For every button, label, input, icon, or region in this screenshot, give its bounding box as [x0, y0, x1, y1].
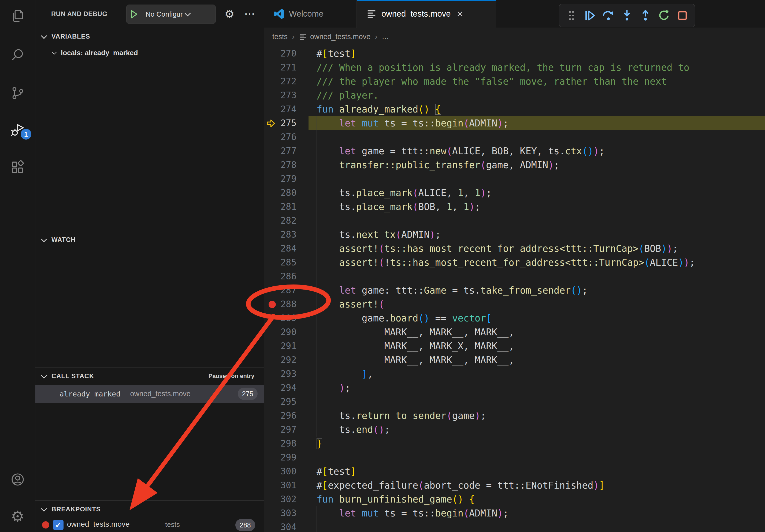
- breakpoint-dot-icon[interactable]: [269, 301, 276, 308]
- code-text[interactable]: ts.place_mark(BOB, 1, 1);: [317, 200, 480, 214]
- code-line-276[interactable]: 276: [264, 130, 765, 144]
- line-number[interactable]: 300: [264, 464, 297, 478]
- line-number[interactable]: 296: [264, 409, 297, 423]
- code-line-277[interactable]: 277 let game = ttt::new(ALICE, BOB, KEY,…: [264, 144, 765, 158]
- code-text[interactable]: #[expected_failure(abort_code = ttt::ENo…: [317, 478, 605, 492]
- line-number[interactable]: 282: [264, 214, 297, 228]
- close-tab-icon[interactable]: ✕: [456, 9, 463, 19]
- code-text[interactable]: );: [317, 381, 350, 395]
- code-line-302[interactable]: 302fun burn_unfinished_game() {: [264, 492, 765, 506]
- code-line-275[interactable]: 275 let mut ts = ts::begin(ADMIN);: [264, 116, 765, 130]
- continue-button[interactable]: [581, 6, 598, 25]
- line-number[interactable]: 276: [264, 130, 297, 144]
- code-line-285[interactable]: 285 assert!(!ts::has_most_recent_for_add…: [264, 256, 765, 269]
- code-line-283[interactable]: 283 ts.next_tx(ADMIN);: [264, 228, 765, 242]
- code-line-298[interactable]: 298}: [264, 437, 765, 450]
- line-number[interactable]: 271: [264, 61, 297, 75]
- code-text[interactable]: fun burn_unfinished_game() {: [317, 492, 475, 506]
- views-more-icon[interactable]: ···: [241, 0, 260, 28]
- code-line-299[interactable]: 299: [264, 450, 765, 464]
- variables-scope-locals[interactable]: locals: already_marked: [35, 45, 264, 61]
- code-line-304[interactable]: 304: [264, 520, 765, 532]
- line-number[interactable]: 274: [264, 102, 297, 116]
- line-number[interactable]: 284: [264, 242, 297, 256]
- code-text[interactable]: }: [317, 437, 322, 450]
- code-line-282[interactable]: 282: [264, 214, 765, 228]
- line-number[interactable]: 292: [264, 353, 297, 367]
- code-text[interactable]: ],: [317, 367, 373, 381]
- code-text[interactable]: ts.return_to_sender(game);: [317, 409, 486, 423]
- line-number[interactable]: 283: [264, 228, 297, 242]
- account-icon[interactable]: [0, 466, 35, 493]
- line-number[interactable]: 290: [264, 325, 297, 339]
- breakpoints-section-header[interactable]: BREAKPOINTS: [35, 500, 264, 518]
- code-line-279[interactable]: 279: [264, 172, 765, 186]
- breakpoint-list-item[interactable]: ✓ owned_tests.move tests 288: [35, 518, 264, 532]
- launch-configuration-dropdown[interactable]: No Configur: [126, 5, 216, 24]
- line-number[interactable]: 272: [264, 75, 297, 89]
- code-text[interactable]: #[test]: [317, 47, 356, 61]
- line-number[interactable]: 281: [264, 200, 297, 214]
- code-text[interactable]: let mut ts = ts::begin(ADMIN);: [317, 506, 508, 520]
- code-line-300[interactable]: 300#[test]: [264, 464, 765, 478]
- line-number[interactable]: 297: [264, 423, 297, 437]
- code-line-286[interactable]: 286: [264, 269, 765, 283]
- code-line-273[interactable]: 273/// player.: [264, 89, 765, 102]
- line-number[interactable]: 294: [264, 381, 297, 395]
- line-number[interactable]: 303: [264, 506, 297, 520]
- code-text[interactable]: assert!(!ts::has_most_recent_for_address…: [317, 256, 695, 269]
- code-text[interactable]: let mut ts = ts::begin(ADMIN);: [317, 116, 508, 130]
- line-number[interactable]: 286: [264, 269, 297, 283]
- line-number[interactable]: 277: [264, 144, 297, 158]
- code-line-270[interactable]: 270#[test]: [264, 47, 765, 61]
- line-number[interactable]: 287: [264, 283, 297, 297]
- line-number[interactable]: 273: [264, 89, 297, 102]
- source-control-icon[interactable]: [0, 80, 35, 106]
- code-text[interactable]: let game = ttt::new(ALICE, BOB, KEY, ts.…: [317, 144, 605, 158]
- step-over-button[interactable]: [600, 6, 617, 25]
- start-debugging-icon[interactable]: [127, 5, 142, 24]
- code-line-280[interactable]: 280 ts.place_mark(ALICE, 1, 1);: [264, 186, 765, 200]
- code-text[interactable]: assert!(: [317, 297, 384, 311]
- line-number[interactable]: 299: [264, 450, 297, 464]
- extensions-icon[interactable]: [0, 154, 35, 181]
- explorer-icon[interactable]: [0, 3, 35, 30]
- line-number[interactable]: 289: [264, 311, 297, 325]
- code-line-281[interactable]: 281 ts.place_mark(BOB, 1, 1);: [264, 200, 765, 214]
- code-text[interactable]: assert!(ts::has_most_recent_for_address<…: [317, 242, 678, 256]
- code-text[interactable]: MARK__, MARK_X, MARK__,: [317, 339, 514, 353]
- code-text[interactable]: /// When a position is already marked, t…: [317, 61, 689, 75]
- code-text[interactable]: #[test]: [317, 464, 356, 478]
- code-text[interactable]: let game: ttt::Game = ts.take_from_sende…: [317, 283, 588, 297]
- code-text[interactable]: transfer::public_transfer(game, ADMIN);: [317, 158, 559, 172]
- toolbar-gripper-icon[interactable]: [563, 6, 580, 25]
- step-into-button[interactable]: [618, 6, 635, 25]
- code-text[interactable]: ts.end();: [317, 423, 390, 437]
- tab-welcome[interactable]: Welcome: [264, 0, 357, 28]
- code-line-295[interactable]: 295: [264, 395, 765, 409]
- code-text[interactable]: fun already_marked() {: [317, 102, 441, 116]
- code-line-272[interactable]: 272/// the player who made the "false" m…: [264, 75, 765, 89]
- code-text[interactable]: /// the player who made the "false" move…: [317, 75, 667, 89]
- step-out-button[interactable]: [637, 6, 654, 25]
- line-number[interactable]: 302: [264, 492, 297, 506]
- line-number[interactable]: 293: [264, 367, 297, 381]
- code-text[interactable]: ts.place_mark(ALICE, 1, 1);: [317, 186, 491, 200]
- line-number[interactable]: 295: [264, 395, 297, 409]
- breadcrumb-file[interactable]: owned_tests.move: [310, 33, 371, 41]
- code-line-301[interactable]: 301#[expected_failure(abort_code = ttt::…: [264, 478, 765, 492]
- line-number[interactable]: 279: [264, 172, 297, 186]
- line-number[interactable]: 291: [264, 339, 297, 353]
- line-number[interactable]: 270: [264, 47, 297, 61]
- stop-button[interactable]: [674, 6, 691, 25]
- call-stack-section-header[interactable]: CALL STACK Paused on entry: [35, 367, 264, 385]
- line-number[interactable]: 304: [264, 520, 297, 532]
- code-line-274[interactable]: 274fun already_marked() {: [264, 102, 765, 116]
- code-line-296[interactable]: 296 ts.return_to_sender(game);: [264, 409, 765, 423]
- line-number[interactable]: 298: [264, 437, 297, 450]
- variables-section-header[interactable]: VARIABLES: [35, 28, 264, 45]
- restart-button[interactable]: [655, 6, 672, 25]
- code-line-303[interactable]: 303 let mut ts = ts::begin(ADMIN);: [264, 506, 765, 520]
- code-line-278[interactable]: 278 transfer::public_transfer(game, ADMI…: [264, 158, 765, 172]
- code-text[interactable]: MARK__, MARK__, MARK__,: [317, 325, 514, 339]
